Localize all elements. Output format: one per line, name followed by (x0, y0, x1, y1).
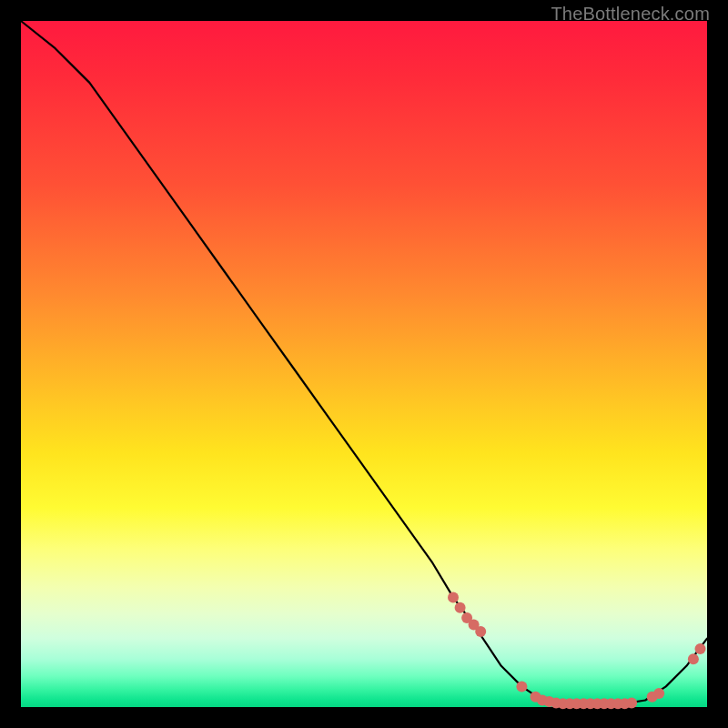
data-marker (695, 643, 706, 654)
data-marker (516, 681, 527, 692)
marker-group (448, 592, 706, 709)
data-marker (653, 688, 664, 699)
chart-frame: TheBottleneck.com (0, 0, 728, 728)
bottleneck-curve (21, 21, 707, 703)
data-marker (448, 592, 459, 602)
data-marker (626, 698, 637, 709)
data-marker (455, 602, 466, 613)
plot-area (21, 21, 707, 707)
chart-svg (21, 21, 707, 707)
data-marker (475, 626, 486, 637)
data-marker (688, 653, 699, 664)
